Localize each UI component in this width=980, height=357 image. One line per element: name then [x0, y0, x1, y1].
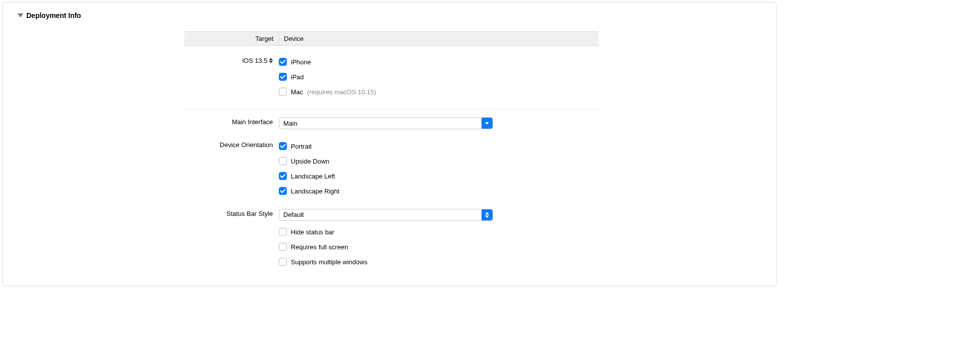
status-bar-style-select[interactable]: Default: [279, 209, 493, 221]
orientation-checklist: Portrait Upside Down Landscape Left Land…: [279, 140, 599, 200]
chevron-up-icon: [485, 212, 489, 214]
checkbox-ipad[interactable]: [279, 73, 287, 81]
checkbox-mac[interactable]: [279, 88, 287, 96]
checkbox-landscape-left[interactable]: [279, 172, 287, 180]
checkbox-hide-status-bar[interactable]: [279, 228, 287, 236]
row-main-interface: Main Interface: [184, 117, 599, 129]
row-target-devices: iOS 13.5 iPhone iPad: [184, 56, 599, 101]
row-orientation: Device Orientation Portrait Upside Down …: [184, 140, 599, 200]
device-mac-label: Mac: [291, 88, 303, 96]
section-header[interactable]: Deployment Info: [17, 11, 766, 19]
supports-multiple-windows-label: Supports multiple windows: [291, 258, 368, 266]
checkbox-multiple-windows[interactable]: [279, 258, 287, 266]
orientation-landscape-right-row: Landscape Right: [279, 185, 599, 197]
checkbox-portrait[interactable]: [279, 142, 287, 150]
orientation-landscape-right-label: Landscape Right: [291, 187, 340, 195]
chevron-down-icon: [485, 215, 489, 218]
device-iphone-label: iPhone: [291, 58, 311, 66]
target-version-cell: iOS 13.5: [184, 56, 279, 64]
main-interface-combo[interactable]: [279, 117, 493, 129]
orientation-label: Device Orientation: [184, 140, 279, 149]
chevron-down-icon: [485, 122, 489, 125]
orientation-upsidedown-label: Upside Down: [291, 158, 329, 165]
checkbox-iphone[interactable]: [279, 58, 287, 66]
device-ipad-label: iPad: [291, 73, 304, 81]
orientation-upsidedown-row: Upside Down: [279, 155, 599, 167]
hide-status-bar-row: Hide status bar: [279, 226, 599, 238]
row-status-bar: Status Bar Style Default Hide status bar: [184, 209, 599, 271]
device-mac-note: (requires macOS 10.15): [307, 88, 376, 96]
disclosure-triangle-icon[interactable]: [17, 13, 23, 17]
device-checklist: iPhone iPad Mac (requires macOS 10.15): [279, 56, 599, 101]
version-stepper[interactable]: [269, 58, 273, 63]
settings-body: Target Device iOS 13.5 iPhone: [184, 31, 599, 271]
status-bar-style-dropdown-button[interactable]: [482, 209, 492, 220]
hide-status-bar-label: Hide status bar: [291, 228, 334, 236]
main-interface-input[interactable]: [279, 118, 482, 129]
status-bar-style-value: Default: [279, 209, 482, 220]
orientation-landscape-left-label: Landscape Left: [291, 173, 335, 180]
section-title: Deployment Info: [26, 11, 81, 19]
supports-multiple-windows-row: Supports multiple windows: [279, 256, 599, 268]
device-mac-row: Mac (requires macOS 10.15): [279, 86, 599, 98]
target-device-header: Target Device: [184, 31, 599, 46]
orientation-portrait-label: Portrait: [291, 143, 312, 150]
device-iphone-row: iPhone: [279, 56, 599, 68]
checkbox-landscape-right[interactable]: [279, 187, 287, 195]
divider: [184, 109, 599, 109]
orientation-portrait-row: Portrait: [279, 140, 599, 152]
requires-full-screen-label: Requires full screen: [291, 243, 348, 251]
main-interface-dropdown-button[interactable]: [482, 118, 492, 129]
th-device: Device: [279, 32, 599, 45]
status-bar-style-label: Status Bar Style: [184, 209, 279, 217]
th-target: Target: [184, 32, 279, 45]
requires-full-screen-row: Requires full screen: [279, 241, 599, 253]
device-ipad-row: iPad: [279, 71, 599, 83]
chevron-down-icon[interactable]: [269, 61, 273, 63]
checkbox-upside-down[interactable]: [279, 157, 287, 165]
main-interface-label: Main Interface: [184, 117, 279, 126]
orientation-landscape-left-row: Landscape Left: [279, 170, 599, 182]
target-version-label: iOS 13.5: [242, 57, 267, 64]
chevron-up-icon[interactable]: [269, 58, 273, 60]
deployment-info-panel: Deployment Info Target Device iOS 13.5: [2, 2, 777, 286]
checkbox-requires-full-screen[interactable]: [279, 243, 287, 251]
